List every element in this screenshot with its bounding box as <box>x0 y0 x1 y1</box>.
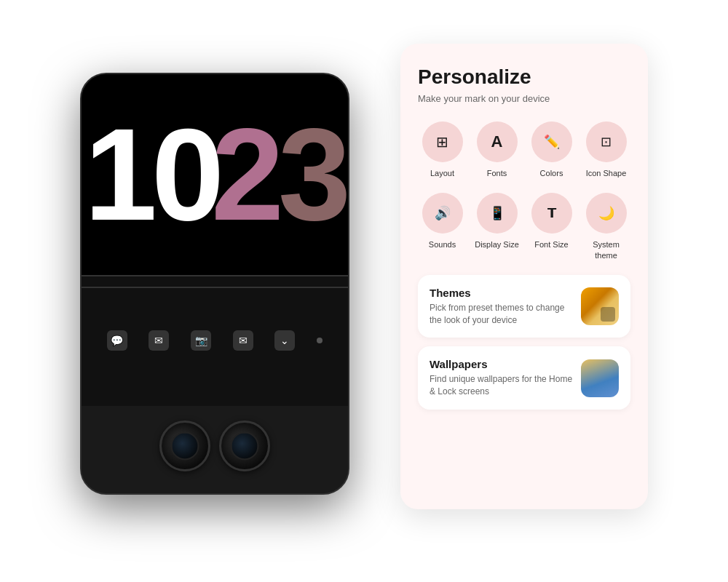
layout-icon-circle: ⊞ <box>422 121 463 162</box>
sounds-icon: 🔊 <box>435 205 451 221</box>
colors-icon-circle: ✏️ <box>531 121 572 162</box>
themes-card[interactable]: Themes Pick from preset themes to change… <box>418 275 630 338</box>
app-icon-camera[interactable]: 📷 <box>191 330 211 351</box>
phone-body: 10 2 3 💬 ✉ 📷 ✉ ⌄ <box>80 73 349 495</box>
phone-top-screen: 10 2 3 <box>82 74 348 275</box>
wallpaper-thumb-image <box>581 359 619 397</box>
clock-number-3: 3 <box>278 109 345 240</box>
personalize-panel: Personalize Make your mark on your devic… <box>400 44 648 509</box>
colors-icon: ✏️ <box>544 134 560 150</box>
system-theme-icon-circle: 🌙 <box>586 193 627 234</box>
themes-thumb-image <box>581 287 619 325</box>
font-size-label: Font Size <box>534 239 568 250</box>
grid-item-fonts[interactable]: A Fonts <box>472 121 521 178</box>
themes-card-text: Themes Pick from preset themes to change… <box>430 287 575 327</box>
panel-title: Personalize <box>418 65 630 89</box>
wallpapers-card-title: Wallpapers <box>430 358 575 370</box>
grid-item-system-theme[interactable]: 🌙 System theme <box>582 193 630 260</box>
layout-label: Layout <box>430 168 454 178</box>
phone-indicator-dot <box>317 338 323 343</box>
camera-lens-main <box>159 420 210 471</box>
colors-label: Colors <box>540 168 563 178</box>
phone-bottom-screen: 💬 ✉ 📷 ✉ ⌄ <box>82 275 348 406</box>
font-size-icon: 𝗧 <box>547 205 556 221</box>
grid-row-2: 🔊 Sounds 📱 Display Size 𝗧 Font Size 🌙 <box>418 193 630 260</box>
app-icon-email[interactable]: ✉ <box>149 330 169 351</box>
font-size-icon-circle: 𝗧 <box>531 193 572 234</box>
icon-shape-icon-circle: ⊡ <box>586 121 627 162</box>
clock-numbers: 10 2 3 <box>84 109 345 240</box>
clock-number-2: 2 <box>211 109 278 240</box>
system-theme-icon: 🌙 <box>598 205 614 221</box>
themes-card-thumbnail <box>581 287 619 325</box>
scene: 10 2 3 💬 ✉ 📷 ✉ ⌄ <box>80 44 648 538</box>
grid-row-1: ⊞ Layout A Fonts ✏️ Colors ⊡ I <box>418 121 630 178</box>
wallpapers-card-text: Wallpapers Find unique wallpapers for th… <box>430 358 575 398</box>
phone-hinge <box>82 275 348 288</box>
clock-display: 10 2 3 <box>82 74 348 275</box>
icon-shape-icon: ⊡ <box>601 134 612 150</box>
app-icon-more[interactable]: ⌄ <box>274 330 295 351</box>
app-icon-mail[interactable]: ✉ <box>233 330 253 351</box>
display-size-icon: 📱 <box>489 205 505 221</box>
sounds-label: Sounds <box>429 239 456 250</box>
wallpapers-card[interactable]: Wallpapers Find unique wallpapers for th… <box>418 346 630 410</box>
phone-cameras <box>159 420 270 471</box>
icon-shape-label: Icon Shape <box>586 168 627 178</box>
panel-subtitle: Make your mark on your device <box>418 93 630 104</box>
app-icon-messages[interactable]: 💬 <box>107 330 127 351</box>
display-size-icon-circle: 📱 <box>477 193 518 234</box>
wallpapers-card-thumbnail <box>581 359 619 397</box>
phone-bottom: 💬 ✉ 📷 ✉ ⌄ <box>82 275 348 493</box>
phone: 10 2 3 💬 ✉ 📷 ✉ ⌄ <box>80 73 349 495</box>
camera-lens-secondary <box>219 420 270 471</box>
system-theme-label: System theme <box>582 239 630 260</box>
themes-card-description: Pick from preset themes to change the lo… <box>430 302 575 327</box>
display-size-label: Display Size <box>475 239 519 250</box>
fonts-icon: A <box>491 132 503 151</box>
clock-number-10: 10 <box>84 109 218 240</box>
grid-item-icon-shape[interactable]: ⊡ Icon Shape <box>582 121 630 178</box>
fonts-icon-circle: A <box>477 121 518 162</box>
grid-item-colors[interactable]: ✏️ Colors <box>527 121 576 178</box>
grid-item-layout[interactable]: ⊞ Layout <box>418 121 467 178</box>
grid-item-font-size[interactable]: 𝗧 Font Size <box>527 193 576 260</box>
grid-item-display-size[interactable]: 📱 Display Size <box>472 193 521 260</box>
layout-icon: ⊞ <box>436 133 448 151</box>
fonts-label: Fonts <box>487 168 507 178</box>
wallpapers-card-description: Find unique wallpapers for the Home & Lo… <box>430 373 575 398</box>
grid-item-sounds[interactable]: 🔊 Sounds <box>418 193 467 260</box>
themes-card-title: Themes <box>430 287 575 299</box>
sounds-icon-circle: 🔊 <box>422 193 463 234</box>
